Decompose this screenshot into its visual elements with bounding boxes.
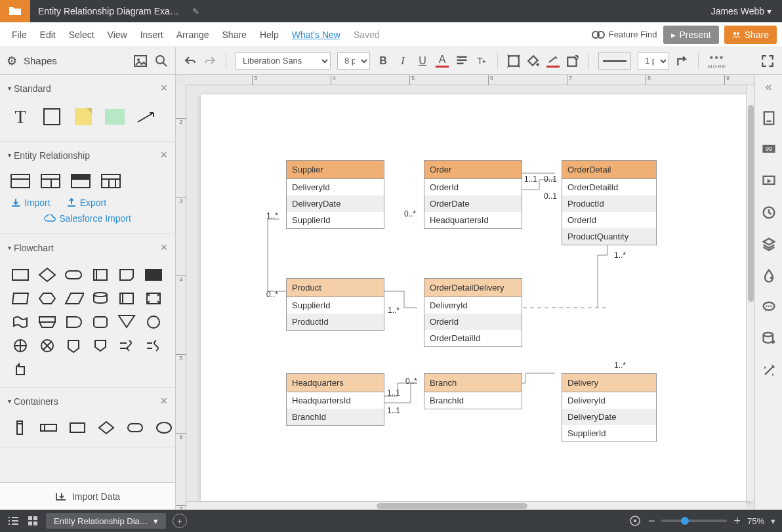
gear-icon[interactable]: ⚙ [7,54,17,68]
zoom-slider[interactable] [661,520,727,522]
flowchart-shape[interactable] [144,337,165,354]
flowchart-shape[interactable] [91,337,112,354]
entity-delivery[interactable]: Delivery DeliveryId DeliveryDate Supplie… [562,373,657,442]
bold-icon[interactable]: B [377,54,390,68]
flowchart-shape[interactable] [64,266,85,283]
present-button[interactable]: ▸ Present [663,26,718,44]
zoom-out-button[interactable]: − [648,514,655,528]
entity-order[interactable]: Order OrderId OrderDate HeadquartersId [424,160,522,229]
redo-icon[interactable] [203,54,216,68]
entity-orderdetaildelivery[interactable]: OrderDetailDelivery DeliveryId OrderId O… [424,278,522,347]
image-icon[interactable] [133,54,148,68]
undo-icon[interactable] [184,54,197,68]
fill-icon[interactable] [527,54,540,68]
flowchart-shape[interactable] [37,266,58,283]
menu-view[interactable]: View [101,30,134,40]
share-button[interactable]: Share [724,26,777,44]
panel-er-header[interactable]: ▾Entity Relationship× [0,142,175,169]
add-page-button[interactable]: + [173,514,187,528]
close-icon[interactable]: × [160,394,167,408]
flowchart-shape[interactable] [10,290,31,307]
font-select[interactable]: Liberation Sans [236,52,331,70]
flowchart-shape[interactable] [117,266,138,283]
close-icon[interactable]: × [160,241,167,255]
text-shape[interactable]: T [10,107,30,127]
pencil-icon[interactable]: ✎ [192,7,199,16]
menu-whatsnew[interactable]: What's New [285,30,347,40]
import-link[interactable]: Import [10,197,51,208]
container-shape[interactable] [126,420,146,438]
container-shape[interactable] [68,420,88,438]
layers-icon[interactable] [761,236,777,252]
menu-help[interactable]: Help [253,30,285,40]
flowchart-shape[interactable] [37,337,58,354]
flowchart-shape[interactable] [91,290,112,307]
flowchart-shape[interactable] [10,266,31,283]
zoom-in-button[interactable]: + [733,514,741,528]
panel-flowchart-header[interactable]: ▾Flowchart× [0,234,175,261]
grid-view-icon[interactable] [26,514,39,527]
feature-find[interactable]: Feature Find [592,30,657,39]
flowchart-shape[interactable] [117,337,138,354]
user-menu[interactable]: James Webb ▾ [701,6,782,16]
flowchart-shape[interactable] [64,337,85,354]
er-shape-3[interactable] [71,174,91,188]
er-shape-4[interactable] [101,174,121,188]
export-link[interactable]: Export [66,197,106,208]
er-shape-2[interactable] [41,174,60,188]
line-color-icon[interactable] [546,54,560,68]
flowchart-shape[interactable] [37,290,58,307]
line-type-icon[interactable] [676,54,689,68]
flowchart-shape[interactable] [91,266,112,283]
close-icon[interactable]: × [160,81,167,95]
flowchart-shape[interactable] [117,290,138,307]
flowchart-shape[interactable] [37,314,58,331]
folder-icon[interactable] [0,0,30,22]
entity-branch[interactable]: Branch BranchId [424,373,522,409]
flowchart-shape[interactable] [144,314,165,331]
flowchart-shape[interactable] [64,290,85,307]
er-shape-1[interactable] [10,174,30,188]
target-icon[interactable]: ▾ [628,514,642,527]
menu-edit[interactable]: Edit [33,30,62,40]
underline-icon[interactable]: U [416,54,429,68]
document-title[interactable]: Entity Relationship Diagram Exa… [30,6,187,16]
magic-icon[interactable] [761,362,777,378]
flowchart-shape[interactable] [144,290,165,307]
flowchart-shape[interactable] [64,314,85,331]
panel-standard-header[interactable]: ▾Standard× [0,75,175,102]
flowchart-shape[interactable] [10,361,31,378]
menu-share[interactable]: Share [216,30,253,40]
page[interactable]: Supplier DeliveryId DeliveryDate Supplie… [201,94,752,501]
menu-arrange[interactable]: Arrange [170,30,216,40]
block-shape[interactable] [105,107,125,127]
panel-containers-header[interactable]: ▾Containers× [0,388,175,415]
scrollbar-horizontal[interactable] [186,501,746,510]
container-shape[interactable] [97,420,117,438]
more-button[interactable]: •••MORE [708,52,726,70]
chevron-left-icon[interactable]: « [761,79,777,94]
close-icon[interactable]: × [160,148,167,162]
entity-product[interactable]: Product SupplierId ProductId [286,278,384,331]
line-style-select[interactable] [598,52,631,70]
italic-icon[interactable]: I [396,54,409,68]
text-color-icon[interactable]: A [436,54,449,68]
presentation-icon[interactable] [761,173,777,189]
search-icon[interactable] [154,54,169,68]
flowchart-shape[interactable] [10,314,31,331]
container-shape[interactable] [39,420,59,438]
align-icon[interactable] [455,54,468,68]
font-size-select[interactable]: 8 pt [337,52,370,70]
comment-icon[interactable]: 99 [761,142,777,157]
import-data-button[interactable]: Import Data [0,482,175,510]
arrow-shape[interactable] [136,107,156,127]
zoom-level[interactable]: 75% [747,516,764,526]
chat-icon[interactable] [761,299,777,315]
entity-headquarters[interactable]: Headquarters HeadquartersId BranchId [286,373,384,426]
container-shape[interactable] [10,420,30,438]
note-shape[interactable] [73,107,93,127]
fullscreen-icon[interactable] [761,54,774,68]
entity-supplier[interactable]: Supplier DeliveryId DeliveryDate Supplie… [286,160,384,229]
menu-insert[interactable]: Insert [134,30,170,40]
canvas[interactable]: Supplier DeliveryId DeliveryDate Supplie… [186,85,754,510]
